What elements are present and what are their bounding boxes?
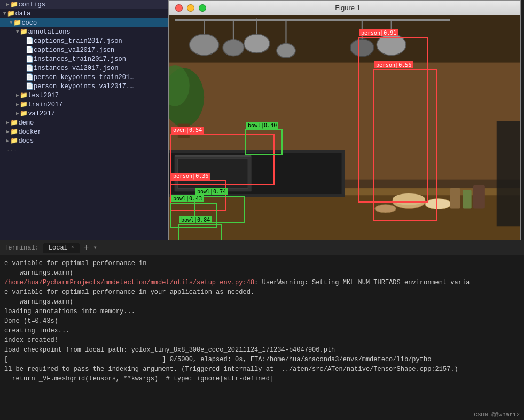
svg-point-9 xyxy=(244,34,270,53)
folder-icon: 📁 xyxy=(20,91,28,99)
detection-person-056: person|0.56 xyxy=(373,69,437,221)
detection-bowl-040: bowl|0.40 xyxy=(245,129,283,155)
detection-label: person|0.91 xyxy=(359,29,398,36)
expand-arrow: ▼ xyxy=(16,29,19,35)
tree-label: data xyxy=(15,10,30,18)
tree-item-test2017[interactable]: ▶ 📁 test2017 xyxy=(0,91,168,100)
tab-close-icon[interactable]: × xyxy=(71,245,74,251)
tree-item-instances-train[interactable]: 📄 instances_train2017.json xyxy=(0,55,168,64)
tree-item-train2017[interactable]: ▶ 📁 train2017 xyxy=(0,100,168,109)
tree-label: val2017 xyxy=(28,110,54,118)
detection-bowl-084: bowl|0.84 xyxy=(178,224,222,241)
detection-label: bowl|0.40 xyxy=(246,122,278,129)
figure-image-area: person|0.91 person|0.56 oven|0.54 bowl|0… xyxy=(169,15,520,261)
tree-item-annotations[interactable]: ▼ 📁 annotations xyxy=(0,27,168,36)
term-line: load checkpoint from local path: yolox_t… xyxy=(4,345,520,355)
expand-arrow: ▶ xyxy=(16,102,19,107)
tree-label: docker xyxy=(18,128,41,136)
terminal-dropdown[interactable]: ▾ xyxy=(93,244,97,252)
folder-icon: 📁 xyxy=(7,10,15,18)
add-terminal-button[interactable]: + xyxy=(84,243,89,253)
detection-label: person|0.56 xyxy=(374,61,413,68)
expand-arrow: ▼ xyxy=(10,20,12,26)
tree-label: captions_train2017.json xyxy=(34,37,122,45)
minimize-button[interactable] xyxy=(187,4,194,12)
tree-item-person-keypoints-val[interactable]: 📄 person_keypoints_val2017.… xyxy=(0,82,168,91)
expand-arrow: ▶ xyxy=(6,138,9,144)
tree-label: person_keypoints_val2017.… xyxy=(34,83,134,90)
folder-icon: 📁 xyxy=(13,19,21,27)
expand-arrow: ▶ xyxy=(6,120,9,126)
svg-point-11 xyxy=(277,44,295,58)
expand-arrow: ▶ xyxy=(16,111,19,116)
tree-item-val2017[interactable]: ▶ 📁 val2017 xyxy=(0,109,168,118)
tree-label: annotations xyxy=(28,28,70,36)
terminal-panel: Terminal: Local × + ▾ e variable for opt… xyxy=(0,240,524,420)
tree-item-demo[interactable]: ▶ 📁 demo xyxy=(0,118,168,127)
tree-label: instances_val2017.json xyxy=(34,65,118,72)
tree-item-instances-val[interactable]: 📄 instances_val2017.json xyxy=(0,64,168,73)
term-path[interactable]: /home/hua/PycharmProjects/mmdetection/mm… xyxy=(4,279,254,286)
window-controls xyxy=(173,4,206,12)
term-line: Done (t=0.43s) xyxy=(4,316,520,326)
tree-label: demo xyxy=(18,119,34,127)
tree-item-docs[interactable]: ▶ 📁 docs xyxy=(0,136,168,145)
detection-label: bowl|0.74 xyxy=(195,188,228,195)
tree-item-data[interactable]: ▼ 📁 data xyxy=(0,9,168,18)
svg-rect-41 xyxy=(497,121,520,226)
svg-point-5 xyxy=(190,34,219,55)
figure-title: Figure 1 xyxy=(335,4,361,12)
tree-item-captions-train[interactable]: 📄 captions_train2017.json xyxy=(0,36,168,45)
svg-rect-31 xyxy=(463,190,471,208)
terminal-tabs: Terminal: Local × + ▾ xyxy=(0,240,524,255)
term-line: e variable for optimal performance in xyxy=(4,259,520,268)
file-icon: 📄 xyxy=(26,73,34,81)
tree-label: docs xyxy=(18,137,34,145)
svg-rect-32 xyxy=(473,185,485,209)
expand-arrow: ▶ xyxy=(6,129,9,135)
detection-label: person|0.36 xyxy=(171,173,210,180)
svg-point-7 xyxy=(223,40,244,56)
file-tree: ▶ 📁 configs ▼ 📁 data ▼ 📁 coco ▼ 📁 annota… xyxy=(0,0,168,156)
term-line: creating index... xyxy=(4,326,520,336)
terminal-content[interactable]: e variable for optimal performance in wa… xyxy=(0,255,524,420)
term-line: loading annotations into memory... xyxy=(4,307,520,316)
svg-rect-2 xyxy=(169,15,520,63)
tree-label: person_keypoints_train201… xyxy=(34,74,134,81)
folder-icon: 📁 xyxy=(10,1,18,9)
tab-label: Local xyxy=(49,244,68,252)
tree-item-person-keypoints-train[interactable]: 📄 person_keypoints_train201… xyxy=(0,73,168,82)
term-line: /home/hua/PycharmProjects/mmdetection/mm… xyxy=(4,278,520,287)
tree-label: coco xyxy=(21,19,37,27)
term-line: e variable for optimal performance in yo… xyxy=(4,287,520,297)
expand-arrow: ▶ xyxy=(6,2,9,7)
tree-label: instances_train2017.json xyxy=(34,56,126,63)
folder-icon: 📁 xyxy=(10,128,18,136)
maximize-button[interactable] xyxy=(199,4,206,12)
tree-label: test2017 xyxy=(28,92,59,99)
folder-icon: 📁 xyxy=(20,100,28,108)
tree-item-captions-val[interactable]: 📄 captions_val2017.json xyxy=(0,45,168,55)
scroll-more: ··· xyxy=(0,145,168,156)
tree-item-docker[interactable]: ▶ 📁 docker xyxy=(0,127,168,136)
file-icon: 📄 xyxy=(26,64,34,72)
terminal-tab-local[interactable]: Local × xyxy=(43,243,80,253)
folder-icon: 📁 xyxy=(10,119,18,127)
tree-item-configs[interactable]: ▶ 📁 configs xyxy=(0,0,168,9)
csdn-badge: CSDN @@what12 xyxy=(474,411,520,418)
terminal-label: Terminal: xyxy=(4,244,39,252)
figure-titlebar: Figure 1 xyxy=(169,1,520,15)
term-warn: : UserWarning: Setting MKL_NUM_THREADS e… xyxy=(254,279,470,286)
expand-arrow: ▼ xyxy=(3,11,6,17)
term-line: ll be required to pass the indexing argu… xyxy=(4,364,520,374)
detection-label: oven|0.54 xyxy=(171,127,204,134)
term-line: warnings.warn( xyxy=(4,297,520,307)
file-icon: 📄 xyxy=(26,55,34,63)
term-line: index created! xyxy=(4,336,520,345)
close-button[interactable] xyxy=(175,4,183,12)
folder-icon: 📁 xyxy=(20,110,28,118)
term-line: return _VF.meshgrid(tensors, **kwargs) #… xyxy=(4,374,520,384)
tree-item-coco[interactable]: ▼ 📁 coco xyxy=(0,18,168,27)
expand-arrow: ▶ xyxy=(16,92,19,98)
detection-label: bowl|0.43 xyxy=(171,195,204,202)
